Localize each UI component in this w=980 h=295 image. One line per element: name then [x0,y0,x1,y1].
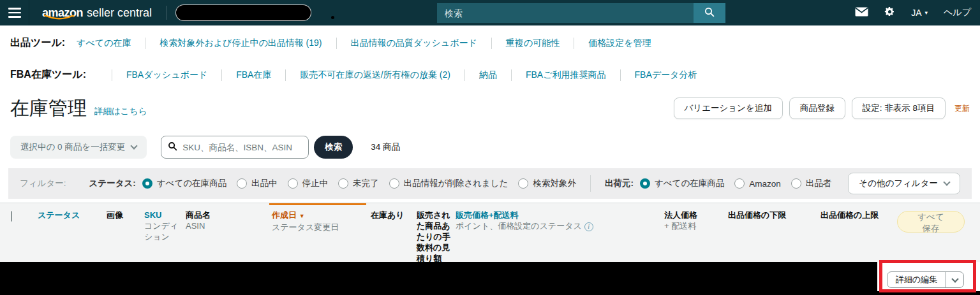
save-all-button[interactable]: すべて保存 [897,211,965,233]
hamburger-menu-icon[interactable] [0,0,29,25]
edit-details-dropdown-button[interactable] [946,272,963,287]
column-business-price-sub: + 配送料 [664,220,723,231]
status-radio-inactive[interactable]: 停止中 [288,178,329,189]
nav-divider [166,6,167,20]
column-asin-sub: ASIN [186,220,267,231]
status-radio-all[interactable]: すべての在庫商品 [142,178,226,189]
radio-label: 未完了 [353,178,379,189]
radio-selected-icon [640,178,650,189]
radio-selected-icon [142,178,152,189]
column-min-price-label: 出品価格の下限 [728,210,815,220]
result-count: 34 商品 [371,141,400,153]
column-sku-label[interactable]: SKU [144,210,181,220]
global-search-input[interactable] [437,3,694,23]
status-radio-removed[interactable]: 出品情報が削除されました [389,178,509,189]
fulfillment-radio-merchant[interactable]: 出品者 [791,178,832,189]
radio-label: Amazon [749,179,781,189]
fba-tools-label: FBA在庫ツール: [10,68,86,82]
column-estimated-fee-label: 販売された商品あたりの手数料の見積り額 [417,210,450,264]
divider [590,175,591,192]
language-selector[interactable]: JA ▾ [911,8,928,18]
language-label: JA [911,8,921,18]
radio-icon [237,178,247,189]
link-manage-pricing[interactable]: 価格設定を管理 [588,38,651,49]
seller-central-logo-text: seller central [87,6,152,20]
learn-more-link[interactable]: 詳細はこちら [94,106,147,117]
status-radio-active[interactable]: 出品中 [237,178,278,189]
divider [112,69,112,81]
table-header-row: ステータス 画像 SKU コンディション 商品名 ASIN 作成日 ▼ ステータ… [0,203,980,262]
status-filter-label: ステータス: [89,178,136,189]
inventory-management-page: amazon seller central [0,0,980,295]
preferences-button[interactable]: 設定: 非表示 8項目 [852,97,946,119]
gear-icon [884,6,895,19]
add-variation-button[interactable]: バリエーションを追加 [674,97,783,119]
column-price-shipping-label[interactable]: 販売価格+配送料 [456,210,659,220]
bulk-action-label: 選択中の 0 商品を一括変更 [20,141,125,153]
column-date-created-label[interactable]: 作成日 [272,210,297,220]
more-filters-button[interactable]: その他のフィルター [848,173,960,194]
messages-button[interactable] [855,7,868,18]
column-product-name: 商品名 ASIN [184,203,271,262]
column-estimated-fee: 販売された商品あたりの手数料の見積り額 [415,203,454,262]
link-listing-quality-dashboard[interactable]: 出品情報の品質ダッシュボード [351,38,477,49]
column-min-price: 出品価格の下限 [727,203,819,262]
link-suppressed-inactive-listings[interactable]: 検索対象外および停止中の出品情報 (19) [160,38,322,49]
link-fba-analytics[interactable]: FBAデータ分析 [635,69,697,81]
chevron-down-icon [130,142,137,149]
chevron-down-icon [951,275,958,282]
bulk-action-dropdown[interactable]: 選択中の 0 商品を一括変更 [10,136,147,159]
column-date-created: 作成日 ▼ ステータス変更日 [271,203,369,262]
listing-tools-label: 出品ツール: [10,36,65,50]
link-fba-shipments[interactable]: 納品 [479,69,497,81]
divider [511,69,512,81]
settings-button[interactable] [884,6,895,19]
add-product-button[interactable]: 商品登録 [789,97,845,119]
column-status-label[interactable]: ステータス [38,210,101,220]
annotation-highlight-box: 詳細の編集 [879,260,976,292]
radio-label: すべての在庫商品 [157,178,226,189]
table-header-section: ステータス 画像 SKU コンディション 商品名 ASIN 作成日 ▼ ステータ… [0,201,980,262]
global-search-button[interactable] [694,3,725,23]
filter-bar: フィルター: ステータス: すべての在庫商品 出品中 停止中 未完了 出品情報が… [8,168,972,199]
amazon-seller-central-logo[interactable]: amazon seller central [42,6,152,20]
edit-details-button[interactable]: 詳細の編集 [887,272,946,287]
refresh-link[interactable]: 更新 [954,103,970,114]
inventory-search-input[interactable] [177,143,308,152]
fulfillment-radio-amazon[interactable]: Amazon [734,178,781,189]
link-fba-removals[interactable]: 販売不可在庫の返送/所有権の放棄 (2) [300,69,450,81]
divider [221,69,222,81]
global-search [437,3,725,23]
fulfillment-radio-all[interactable]: すべての在庫商品 [640,178,724,189]
link-potential-duplicates[interactable]: 重複の可能性 [506,38,560,49]
info-icon[interactable]: i [584,222,593,231]
link-all-inventory[interactable]: すべての在庫 [77,38,131,49]
help-label: ヘルプ [944,7,971,18]
fulfillment-filter-label: 出荷元: [605,178,634,189]
column-status-changed-sub: ステータス変更日 [272,222,366,233]
listing-tools-row: 出品ツール: すべての在庫 検索対象外および停止中の出品情報 (19) 出品情報… [0,25,980,61]
radio-label: 検索対象外 [533,178,576,189]
status-radio-incomplete[interactable]: 未完了 [338,178,379,189]
filter-label: フィルター: [20,178,66,189]
account-selector-redacted[interactable] [175,4,311,21]
nav-right-cluster: JA ▾ ヘルプ [855,0,971,25]
select-all-checkbox[interactable] [11,211,12,222]
inventory-search-button[interactable]: 検索 [314,136,353,159]
filter-section: フィルター: ステータス: すべての在庫商品 出品中 停止中 未完了 出品情報が… [0,167,980,201]
redacted-table-body: 詳細の編集 [0,262,980,295]
link-fba-recommended[interactable]: FBAご利用推奨商品 [526,69,606,81]
help-link[interactable]: ヘルプ [944,7,971,18]
chevron-down-icon [943,178,950,185]
sort-desc-icon: ▼ [299,213,305,219]
link-fba-dashboard[interactable]: FBAダッシュボード [126,69,207,81]
radio-label: 停止中 [302,178,329,189]
search-icon [168,141,177,154]
link-fba-inventory[interactable]: FBA在庫 [236,69,271,81]
column-business-price: 法人価格 + 配送料 [663,203,727,262]
status-radio-suppressed[interactable]: 検索対象外 [518,178,576,189]
edit-details-split-button: 詳細の編集 [887,271,964,288]
divider [491,38,492,49]
radio-icon [518,178,528,189]
toolbar-row: 選択中の 0 商品を一括変更 検索 34 商品 [0,127,980,167]
